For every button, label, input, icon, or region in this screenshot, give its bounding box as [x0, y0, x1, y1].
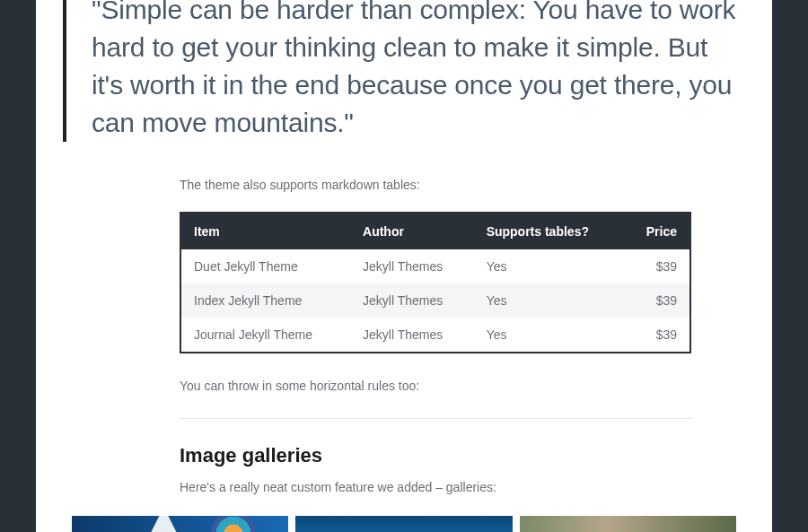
table-intro-text: The theme also supports markdown tables:	[180, 178, 691, 192]
image-gallery	[72, 516, 736, 532]
blockquote: "Simple can be harder than complex: You …	[63, 0, 745, 142]
document-page: "Simple can be harder than complex: You …	[36, 0, 772, 532]
quote-text: "Simple can be harder than complex: You …	[92, 0, 745, 142]
table-cell: Jekyll Themes	[350, 318, 474, 353]
markdown-table: Item Author Supports tables? Price Duet …	[180, 212, 691, 353]
table-header: Item	[180, 213, 350, 249]
table-cell: Jekyll Themes	[350, 283, 474, 318]
table-cell: Yes	[474, 283, 624, 318]
table-cell: Yes	[474, 249, 624, 283]
gallery-heading: Image galleries	[180, 444, 691, 467]
table-header: Price	[624, 213, 690, 249]
content-column: The theme also supports markdown tables:…	[180, 178, 691, 532]
table-cell: $39	[624, 283, 690, 318]
hr-note-text: You can throw in some horizontal rules t…	[180, 379, 691, 393]
table-row: Index Jekyll Theme Jekyll Themes Yes $39	[180, 283, 690, 318]
table-cell: Yes	[474, 318, 624, 353]
table-row: Journal Jekyll Theme Jekyll Themes Yes $…	[180, 318, 690, 353]
gallery-image[interactable]	[520, 516, 736, 532]
table-row: Duet Jekyll Theme Jekyll Themes Yes $39	[180, 249, 690, 283]
gallery-image[interactable]	[72, 516, 288, 532]
table-cell: $39	[624, 318, 690, 353]
table-header: Author	[350, 213, 474, 249]
gallery-intro-text: Here's a really neat custom feature we a…	[180, 480, 691, 494]
table-cell: Duet Jekyll Theme	[180, 249, 350, 283]
table-cell: Jekyll Themes	[350, 249, 474, 283]
table-cell: Journal Jekyll Theme	[180, 318, 350, 353]
table-header-row: Item Author Supports tables? Price	[180, 213, 690, 249]
table-header: Supports tables?	[474, 213, 624, 249]
table-cell: Index Jekyll Theme	[180, 283, 350, 318]
gallery-image[interactable]	[295, 516, 512, 532]
table-cell: $39	[624, 249, 690, 283]
horizontal-rule	[180, 418, 691, 419]
